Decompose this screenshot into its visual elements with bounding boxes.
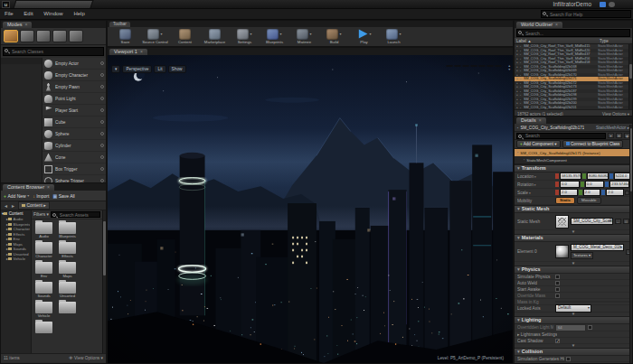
close-icon[interactable]: × [140, 49, 143, 54]
toolbar-button[interactable]: ▾ Launch [380, 28, 408, 44]
drag-handle[interactable] [100, 120, 104, 124]
mobility-movable-button[interactable]: Movable [577, 197, 601, 205]
cast-shadow-checkbox[interactable] [555, 339, 560, 343]
section-collision[interactable]: ▾Collision [515, 348, 632, 356]
static-mesh-thumbnail[interactable] [555, 215, 569, 229]
outliner-search-input[interactable] [516, 29, 630, 37]
close-icon[interactable]: × [555, 22, 558, 27]
asset-folder[interactable]: Sounds [33, 282, 54, 299]
toolbar-button[interactable]: ▾ Blueprints [260, 28, 288, 44]
modes-category[interactable] [1, 63, 42, 64]
save-all-button[interactable]: ▣Save All [52, 193, 74, 199]
toolbar-button[interactable]: ▾ Play [350, 28, 378, 44]
asset-folder[interactable]: Env [33, 262, 54, 279]
foliage-mode-icon[interactable] [52, 30, 67, 42]
toolbar-button[interactable]: ▾ Build [320, 28, 348, 44]
landscape-mode-icon[interactable] [36, 30, 51, 42]
override-mass-checkbox[interactable] [555, 294, 560, 298]
toolbar-button[interactable]: Content [171, 28, 199, 44]
tree-folder[interactable]: ▸Vehicle [2, 257, 30, 262]
tab-modes[interactable]: Modes× [3, 22, 32, 28]
asset-folder[interactable]: Maps [57, 262, 78, 279]
import-button[interactable]: ↓Import [33, 193, 49, 199]
tab-details[interactable]: Details× [516, 117, 546, 124]
close-icon[interactable]: × [25, 22, 28, 27]
forward-button[interactable]: ► [11, 203, 15, 209]
placeable-item[interactable]: Empty Character [43, 70, 106, 81]
scale-y-field[interactable]: 2.0 [583, 189, 601, 197]
column-label[interactable]: Label ▲ [516, 39, 600, 43]
tab-content-browser[interactable]: Content Browser× [3, 184, 54, 191]
browse-icon[interactable]: ⊙ [623, 219, 629, 224]
placeable-item[interactable]: Cone [43, 152, 106, 163]
actor-name[interactable]: SM_COG_City_Scaffolding02b171 [520, 126, 584, 130]
filter-icon[interactable]: ▾ [608, 133, 614, 138]
asset-folder[interactable]: Blueprints [57, 222, 78, 239]
dropdown-caret[interactable]: ▾ [279, 32, 281, 36]
show-button[interactable]: Show [168, 65, 186, 73]
simulate-physics-checkbox[interactable] [555, 275, 560, 279]
scale-z-field[interactable]: 2.0 [606, 189, 624, 197]
details-search-input[interactable] [516, 133, 606, 139]
drag-handle[interactable] [100, 108, 104, 112]
rotation-z-field[interactable]: 233.574646 [609, 181, 629, 189]
menu-window[interactable]: Window [39, 9, 67, 18]
section-transform[interactable]: ▾Transform [515, 164, 632, 173]
tab-toolbar[interactable]: Toolbar [109, 22, 130, 27]
placeable-item[interactable]: Point Light [43, 93, 106, 105]
viewport-tool-button[interactable] [487, 65, 494, 67]
section-physics[interactable]: ▾Physics [515, 266, 632, 274]
content-scrollbar[interactable] [102, 210, 106, 353]
drag-handle[interactable] [100, 132, 104, 135]
breadcrumb[interactable]: Content ▸ [18, 201, 50, 210]
view-options-button[interactable]: 👁︎ View Options ▾ [69, 356, 103, 360]
tab-viewport[interactable]: Viewport 1× [109, 49, 147, 55]
asset-folder[interactable] [57, 302, 78, 319]
close-icon[interactable]: × [539, 117, 542, 123]
auto-weld-checkbox[interactable] [555, 281, 560, 285]
section-static-mesh[interactable]: ▾Static Mesh [515, 205, 632, 213]
asset-folder[interactable] [33, 322, 54, 333]
place-mode-icon[interactable] [4, 30, 18, 42]
asset-folder[interactable]: Vehicle [33, 302, 54, 319]
asset-folder[interactable]: Effects [57, 242, 78, 259]
help-search-input[interactable] [541, 10, 631, 18]
dropdown-caret[interactable]: ▾ [339, 32, 341, 36]
toolbar-button[interactable]: Save [111, 28, 139, 44]
placeable-item[interactable]: Empty Actor [43, 58, 106, 70]
static-mesh-combo[interactable]: SM_COG_City_Scaffolding02▾ [571, 218, 613, 226]
drag-handle[interactable] [100, 144, 104, 147]
viewport-maximize-chevrons[interactable]: ▲▼ [508, 65, 511, 71]
viewport-tool-button[interactable] [478, 65, 486, 67]
location-x-field[interactable]: 58135.95765 [560, 173, 581, 181]
rotation-y-field[interactable]: 0.0 [585, 181, 605, 189]
menu-edit[interactable]: Edit [19, 9, 37, 18]
drag-handle[interactable] [100, 155, 104, 159]
viewport-tool-button[interactable] [446, 65, 453, 67]
start-awake-checkbox[interactable] [555, 287, 560, 292]
settings-grid-icon[interactable]: ⊞ [616, 133, 622, 138]
column-type[interactable]: Type [600, 39, 630, 43]
toolbar-button[interactable]: ▾ Settings [231, 28, 259, 44]
asset-folder[interactable]: Unsorted [57, 282, 78, 299]
dropdown-caret[interactable]: ▾ [399, 32, 401, 36]
rotation-x-field[interactable]: 0.0 [560, 181, 580, 189]
placeable-item[interactable]: Box Trigger [43, 163, 106, 175]
placeable-item[interactable]: Cylinder [43, 140, 106, 152]
dropdown-caret[interactable]: ▾ [160, 32, 162, 36]
viewport-options-button[interactable]: ▾ [111, 65, 120, 73]
placeable-item[interactable]: Sphere [43, 128, 106, 140]
dropdown-caret[interactable]: ▾ [250, 32, 251, 36]
details-scrollbar[interactable] [629, 125, 632, 364]
asset-folder[interactable]: Character [33, 242, 54, 259]
filters-button[interactable]: Filters ▾ [33, 212, 49, 217]
section-materials[interactable]: ▾Materials [515, 234, 632, 242]
outliner-row[interactable]: ● ▪ SM_COG_City_Scaffolding02b201 Static… [515, 106, 628, 110]
back-button[interactable]: ◄ [4, 203, 8, 209]
lightmass-settings-row[interactable]: ▸ Lightmass Settings [515, 331, 632, 338]
geometry-mode-icon[interactable] [69, 30, 83, 42]
location-y-field[interactable]: 8080.84082 [587, 173, 609, 181]
material-combo[interactable]: M_COG_Metal_Deco_01b▾ [571, 244, 624, 252]
viewport-tool-button[interactable] [495, 65, 502, 67]
close-icon[interactable]: × [47, 184, 50, 190]
